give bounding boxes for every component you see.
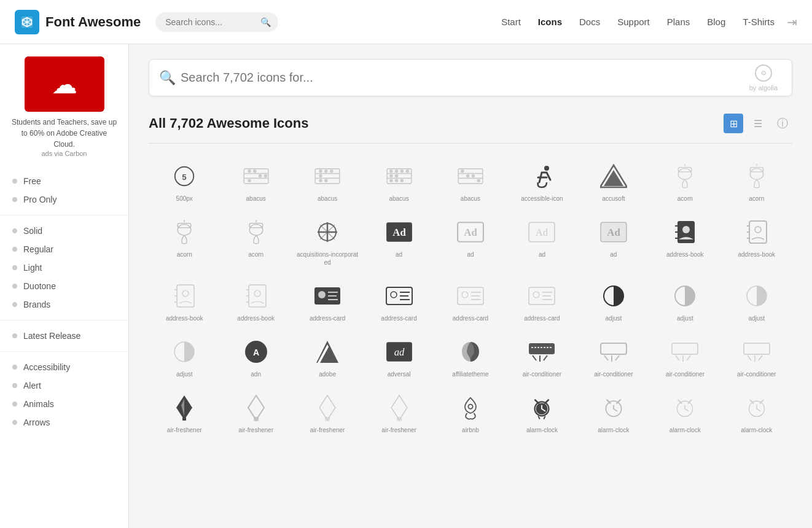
nav-tshirts[interactable]: T-Shirts	[743, 17, 775, 27]
icon-cell-acorn-3[interactable]: acorn	[149, 209, 220, 273]
icon-cell-alarm-clock-regular[interactable]: alarm-clock	[578, 385, 649, 441]
sidebar-item-latest[interactable]: Latest Release	[0, 327, 128, 345]
icon-cell-ad-solid[interactable]: Ad ad	[363, 209, 434, 273]
svg-point-26	[405, 169, 409, 173]
icon-label-adjust-solid: adjust	[606, 314, 622, 322]
sidebar-item-brands[interactable]: Brands	[0, 295, 128, 314]
svg-point-28	[394, 174, 398, 178]
icons-grid: 5 500px	[149, 153, 792, 441]
nav-docs[interactable]: Docs	[579, 17, 600, 27]
icon-cell-acorn-1[interactable]: acorn	[649, 153, 720, 209]
icon-label-adjust-regular: adjust	[677, 314, 693, 322]
big-search-input[interactable]	[181, 60, 745, 96]
sidebar-item-pro-only[interactable]: Pro Only	[0, 190, 128, 209]
info-button[interactable]: ⓘ	[773, 114, 792, 133]
icon-cell-abacus-2[interactable]: abacus	[292, 153, 363, 209]
sidebar-item-alert[interactable]: Alert	[0, 376, 128, 395]
icon-cell-abacus-4[interactable]: abacus	[435, 153, 506, 209]
icon-cell-air-conditioner-light[interactable]: air-conditioner	[649, 329, 720, 385]
big-search-icon: 🔍	[159, 70, 176, 86]
nav-icons[interactable]: Icons	[538, 17, 562, 27]
icon-label-air-conditioner-regular: air-conditioner	[594, 370, 633, 378]
icon-cell-adn[interactable]: A adn	[220, 329, 291, 385]
icon-label-air-freshener-regular: air-freshener	[238, 426, 273, 434]
icon-symbol-accessible	[529, 163, 554, 190]
icon-cell-abacus-3[interactable]: abacus	[363, 153, 434, 209]
nav-blog[interactable]: Blog	[707, 17, 725, 27]
icon-cell-affiliatetheme[interactable]: affiliatetheme	[435, 329, 506, 385]
svg-point-104	[533, 292, 539, 298]
icon-cell-address-card-light2[interactable]: address-card	[506, 273, 577, 329]
svg-point-36	[466, 174, 470, 178]
sidebar-ad-image[interactable]: ☁	[25, 56, 104, 112]
svg-text:Ad: Ad	[464, 227, 477, 238]
nav-plans[interactable]: Plans	[667, 17, 690, 27]
svg-point-25	[400, 169, 404, 173]
icon-cell-acorn-4[interactable]: acorn	[220, 209, 291, 273]
icon-cell-air-freshener-solid[interactable]: air-freshener	[149, 385, 220, 441]
icon-cell-adjust-light[interactable]: adjust	[721, 273, 792, 329]
icon-cell-air-freshener-light2[interactable]: air-freshener	[363, 385, 434, 441]
sidebar-item-arrows[interactable]: Arrows	[0, 413, 128, 432]
icon-cell-air-freshener-light[interactable]: air-freshener	[292, 385, 363, 441]
icon-symbol-air-conditioner-light2	[743, 338, 771, 365]
icon-cell-air-freshener-regular[interactable]: air-freshener	[220, 385, 291, 441]
icon-label-accusoft: accusoft	[602, 195, 625, 203]
icon-cell-address-book-light[interactable]: address-book	[149, 273, 220, 329]
icon-cell-alarm-clock-solid[interactable]: alarm-clock	[506, 385, 577, 441]
icon-cell-adjust-light2[interactable]: adjust	[149, 329, 220, 385]
icon-symbol-alarm-clock-regular	[603, 394, 625, 421]
icon-cell-abacus-1[interactable]: abacus	[220, 153, 291, 209]
icon-cell-address-book-solid[interactable]: address-book	[649, 209, 720, 273]
icon-cell-air-conditioner-light2[interactable]: air-conditioner	[721, 329, 792, 385]
grid-view-button[interactable]: ⊞	[724, 114, 743, 133]
icon-cell-500px[interactable]: 5 500px	[149, 153, 220, 209]
icon-cell-acorn-2[interactable]: acorn	[721, 153, 792, 209]
svg-point-94	[391, 292, 397, 298]
sidebar-divider-2	[0, 320, 128, 320]
sidebar-item-solid[interactable]: Solid	[0, 222, 128, 240]
sidebar-item-light[interactable]: Light	[0, 258, 128, 277]
icon-cell-alarm-clock-light2[interactable]: alarm-clock	[721, 385, 792, 441]
svg-point-23	[389, 169, 393, 173]
table-view-button[interactable]: ☰	[748, 114, 768, 133]
icons-title: All 7,702 Awesome Icons	[149, 115, 308, 131]
algolia-label: by algolia	[749, 84, 778, 91]
icon-cell-adjust-solid[interactable]: adjust	[578, 273, 649, 329]
icon-cell-accusoft[interactable]: accusoft	[578, 153, 649, 209]
icon-cell-address-card-solid[interactable]: address-card	[292, 273, 363, 329]
icon-cell-airbnb[interactable]: airbnb	[435, 385, 506, 441]
sidebar-item-duotone[interactable]: Duotone	[0, 277, 128, 295]
icon-cell-ad-duotone[interactable]: Ad ad	[578, 209, 649, 273]
icon-cell-ad-light[interactable]: Ad ad	[506, 209, 577, 273]
icon-cell-address-book-light2[interactable]: address-book	[220, 273, 291, 329]
icon-cell-ad-regular[interactable]: Ad ad	[435, 209, 506, 273]
sidebar-item-regular[interactable]: Regular	[0, 240, 128, 258]
sidebar-item-free[interactable]: Free	[0, 172, 128, 190]
header-search-input[interactable]	[155, 12, 278, 32]
icon-cell-address-card-regular[interactable]: address-card	[363, 273, 434, 329]
sign-in-icon[interactable]: ⇥	[787, 15, 797, 29]
style-label-duotone: Duotone	[23, 281, 56, 291]
icon-cell-air-conditioner-solid[interactable]: air-conditioner	[506, 329, 577, 385]
icon-cell-alarm-clock-light[interactable]: alarm-clock	[649, 385, 720, 441]
icon-symbol-air-freshener-light	[317, 394, 338, 421]
sidebar-item-accessibility[interactable]: Accessibility	[0, 358, 128, 376]
icon-cell-acquisitions[interactable]: acquisitions-incorporated	[292, 209, 363, 273]
icon-cell-address-book-regular[interactable]: address-book	[721, 209, 792, 273]
svg-marker-138	[248, 395, 264, 420]
icon-cell-adjust-regular[interactable]: adjust	[649, 273, 720, 329]
sidebar-item-animals[interactable]: Animals	[0, 395, 128, 413]
algolia-logo: ⊙	[755, 64, 772, 82]
nav-start[interactable]: Start	[501, 17, 521, 27]
icon-cell-air-conditioner-regular[interactable]: air-conditioner	[578, 329, 649, 385]
icon-cell-adobe[interactable]: adobe	[292, 329, 363, 385]
sidebar-ad-link[interactable]: ads via Carbon	[10, 150, 119, 157]
svg-point-24	[394, 169, 398, 173]
icon-cell-adversal[interactable]: ad adversal	[363, 329, 434, 385]
svg-marker-142	[391, 395, 407, 420]
icon-cell-address-card-light[interactable]: address-card	[435, 273, 506, 329]
icon-cell-accessible[interactable]: accessible-icon	[506, 153, 577, 209]
nav-support[interactable]: Support	[617, 17, 650, 27]
svg-rect-73	[749, 221, 767, 243]
